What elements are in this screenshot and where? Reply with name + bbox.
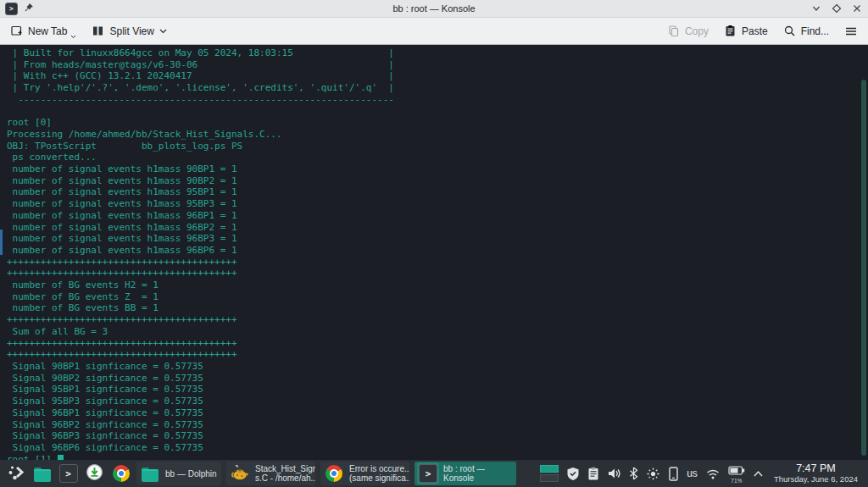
terminal-screen[interactable]: | Built for linuxx8664gcc on May 05 2024… <box>0 45 868 460</box>
find-button[interactable]: Find... <box>780 22 832 40</box>
task-konsole-active[interactable]: > bb : root — Konsole <box>415 462 516 485</box>
system-tray: us 71% <box>540 463 764 484</box>
pin-icon[interactable] <box>24 1 34 16</box>
app-launcher-button[interactable] <box>5 462 26 484</box>
virtual-desktop-pager[interactable] <box>540 465 559 482</box>
new-tab-icon <box>10 25 23 37</box>
bluetooth-icon[interactable] <box>629 467 638 480</box>
new-tab-button[interactable]: New Tab <box>7 22 80 40</box>
window-title: bb : root — Konsole <box>0 3 868 14</box>
taskbar-panel: > bb — Dolphin <box>0 460 868 487</box>
volume-icon[interactable] <box>607 467 621 480</box>
terminal-cursor <box>58 455 64 460</box>
konsole-window-icon[interactable]: > <box>5 3 18 15</box>
paste-icon <box>724 25 737 37</box>
battery-indicator[interactable]: 71% <box>728 463 745 484</box>
folder-icon <box>34 468 51 480</box>
chrome-launcher[interactable] <box>110 462 131 484</box>
clock-date: Thursday, June 6, 2024 <box>774 475 858 484</box>
tray-expander-chevron-icon[interactable] <box>753 470 764 478</box>
task-chrome-error[interactable]: Error is occure... (same significa... <box>320 462 409 485</box>
task-dolphin[interactable]: bb — Dolphin <box>136 462 221 485</box>
chrome-icon <box>113 465 130 482</box>
kdeconnect-phone-icon[interactable] <box>668 467 679 481</box>
brightness-icon[interactable] <box>646 467 660 481</box>
keyboard-layout-indicator[interactable]: us <box>687 468 698 479</box>
teapot-icon <box>231 463 249 484</box>
digital-clock[interactable]: 7:47 PM Thursday, June 6, 2024 <box>774 462 858 484</box>
scrollbar-thumb[interactable] <box>861 80 866 456</box>
terminal-output: | Built for linuxx8664gcc on May 05 2024… <box>0 45 868 454</box>
app-launcher-icon <box>7 462 25 485</box>
security-shield-icon[interactable] <box>566 467 580 481</box>
hamburger-icon <box>844 25 858 37</box>
clock-time: 7:47 PM <box>774 462 858 474</box>
task-editor-stack-hist[interactable]: Stack_Hist_Sign s.C - /home/ah... <box>226 462 315 485</box>
copy-icon <box>667 25 680 37</box>
window-titlebar: > bb : root — Konsole <box>0 0 868 18</box>
desktop-1-active[interactable] <box>540 465 559 473</box>
search-icon <box>783 25 796 37</box>
konsole-icon: > <box>419 464 437 483</box>
terminal-prompt: root [1] <box>7 454 58 460</box>
scroll-position-marker <box>0 230 3 255</box>
desktop: > bb : root — Konsole New Tab <box>0 0 868 487</box>
folder-icon <box>142 468 159 480</box>
desktop-2[interactable] <box>540 474 559 482</box>
chrome-icon <box>326 465 342 482</box>
software-update-launcher[interactable] <box>84 462 105 484</box>
konsole-launcher[interactable]: > <box>58 462 79 484</box>
konsole-toolbar: New Tab Split View Copy Paste <box>0 18 868 45</box>
maximize-button[interactable] <box>831 3 843 14</box>
paste-button[interactable]: Paste <box>721 22 771 40</box>
dolphin-launcher[interactable] <box>31 462 53 484</box>
split-view-button[interactable]: Split View <box>88 22 170 40</box>
battery-icon <box>728 463 745 479</box>
new-tab-dropdown-icon <box>70 35 76 39</box>
split-view-chevron-icon <box>159 29 167 34</box>
battery-percent: 71% <box>731 478 742 484</box>
software-update-icon <box>86 463 103 484</box>
split-view-icon <box>92 25 104 37</box>
close-button[interactable] <box>851 3 863 14</box>
minimize-button[interactable] <box>810 3 822 14</box>
terminal-prompt-line: root [1] <box>0 454 868 460</box>
hamburger-menu-button[interactable] <box>841 23 861 40</box>
konsole-icon: > <box>59 464 78 483</box>
copy-button[interactable]: Copy <box>664 22 712 40</box>
wifi-icon[interactable] <box>705 468 721 480</box>
clipboard-icon[interactable] <box>587 467 599 481</box>
